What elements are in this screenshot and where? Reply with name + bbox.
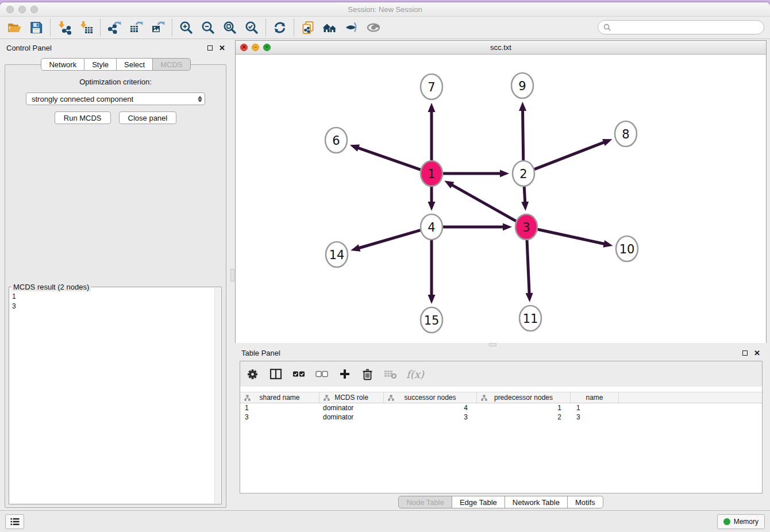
tab-edge-table[interactable]: Edge Table [452, 496, 505, 508]
hierarchy-icon [481, 395, 487, 401]
function-builder-button[interactable]: f(x) [406, 368, 424, 380]
network-close-icon[interactable]: ✕ [240, 44, 248, 51]
close-panel-icon[interactable]: ✕ [219, 45, 225, 51]
mcds-panel: Optimization criterion: strongly connect… [5, 64, 226, 508]
graph-edge-arrowhead [503, 223, 512, 231]
home-button[interactable] [319, 18, 341, 37]
cell-predecessor-nodes[interactable]: 2 [477, 413, 571, 421]
table-panel-title: Table Panel [241, 349, 280, 357]
column-header-predecessor-nodes[interactable]: predecessor nodes [477, 392, 571, 403]
network-minimize-icon[interactable]: − [252, 44, 259, 51]
unselect-all-button[interactable] [314, 367, 329, 381]
table-toolbar: f(x) [240, 361, 762, 387]
export-image-button[interactable] [147, 18, 169, 37]
add-column-button[interactable] [337, 367, 352, 381]
zoom-out-button[interactable] [197, 18, 219, 37]
show-graphics-details-button[interactable] [363, 18, 384, 37]
graph-edge-3-11[interactable] [527, 240, 529, 294]
select-all-icon [292, 370, 305, 378]
delete-table-button[interactable] [383, 367, 398, 381]
tab-network-table[interactable]: Network Table [505, 496, 568, 508]
result-scrollbar[interactable] [214, 288, 221, 503]
graph-edge-arrowhead [526, 293, 533, 302]
show-log-button[interactable] [5, 514, 24, 529]
column-header-shared-name[interactable]: shared name [240, 392, 319, 403]
minimize-window-icon[interactable] [18, 6, 26, 13]
graph-edge-1-6[interactable] [358, 148, 421, 169]
search-input[interactable] [614, 22, 759, 32]
network-canvas[interactable]: 1234678910111415 [236, 55, 766, 343]
zoom-fit-button[interactable] [219, 18, 241, 37]
memory-button[interactable]: Memory [717, 514, 765, 529]
hierarchy-icon [324, 395, 330, 401]
import-table-button[interactable] [75, 18, 97, 37]
graph-edge-2-3[interactable] [524, 187, 525, 202]
graph-edge-arrowhead [428, 103, 436, 112]
graph-edge-2-9[interactable] [523, 110, 523, 160]
home-icon [322, 20, 338, 35]
tab-motifs[interactable]: Motifs [568, 496, 603, 508]
graph-edge-3-1[interactable] [452, 185, 516, 221]
mcds-result-title: MCDS result (2 nodes) [11, 283, 91, 291]
cell-name[interactable]: 3 [571, 413, 619, 421]
toggle-graphics-details-button[interactable] [341, 18, 363, 37]
search-field[interactable] [598, 20, 764, 34]
mcds-result-line: 3 [12, 302, 214, 311]
select-all-button[interactable] [291, 367, 306, 381]
graph-edge-2-8[interactable] [534, 142, 604, 169]
cell-name[interactable]: 1 [571, 404, 619, 412]
import-network-button[interactable] [53, 18, 75, 37]
close-table-panel-icon[interactable]: ✕ [754, 350, 760, 356]
status-bar: Memory [0, 510, 770, 532]
criterion-dropdown[interactable]: strongly connected component [26, 92, 205, 105]
network-graph[interactable]: 1234678910111415 [236, 55, 766, 343]
close-panel-button[interactable]: Close panel [119, 111, 177, 124]
network-maximize-icon[interactable]: + [263, 44, 271, 51]
column-header-mcds-role[interactable]: MCDS role [319, 392, 384, 403]
control-panel-title: Control Panel [6, 44, 52, 52]
delete-column-button[interactable] [360, 367, 375, 381]
cell-predecessor-nodes[interactable]: 1 [477, 404, 571, 412]
close-window-icon[interactable] [6, 6, 14, 13]
export-table-button[interactable] [125, 18, 147, 37]
table-settings-button[interactable] [245, 367, 260, 381]
gear-icon [247, 368, 259, 380]
graph-edge-4-14[interactable] [359, 230, 421, 248]
cell-shared-name[interactable]: 1 [240, 404, 319, 412]
table-panel-layout-button[interactable] [268, 367, 283, 381]
tab-node-table[interactable]: Node Table [398, 496, 452, 508]
tab-style[interactable]: Style [84, 58, 117, 71]
manage-networks-button[interactable] [297, 18, 319, 37]
graph-edge-3-10[interactable] [538, 229, 605, 244]
column-header-name[interactable]: name [571, 392, 619, 403]
float-table-panel-icon[interactable] [742, 350, 748, 356]
run-mcds-button[interactable]: Run MCDS [55, 111, 111, 124]
maximize-window-icon[interactable] [30, 6, 38, 13]
cell-successor-nodes[interactable]: 3 [384, 413, 477, 421]
export-table-icon [129, 20, 144, 35]
mcds-result-text[interactable]: 1 3 [12, 292, 214, 503]
tab-network[interactable]: Network [41, 58, 84, 71]
cell-mcds-role[interactable]: dominator [319, 413, 384, 421]
column-header-successor-nodes[interactable]: successor nodes [384, 392, 477, 403]
float-panel-icon[interactable] [207, 45, 213, 51]
list-icon [10, 518, 20, 526]
zoom-in-button[interactable] [175, 18, 197, 37]
refresh-button[interactable] [269, 18, 291, 37]
table-row[interactable]: 3 dominator 3 2 3 [240, 413, 762, 422]
cell-mcds-role[interactable]: dominator [319, 404, 384, 412]
graph-node-label: 3 [522, 221, 530, 234]
network-window-titlebar: ✕ − + scc.txt [236, 41, 766, 55]
cell-successor-nodes[interactable]: 4 [384, 404, 477, 412]
open-session-button[interactable] [3, 18, 25, 37]
tab-select[interactable]: Select [117, 58, 153, 71]
tab-mcds[interactable]: MCDS [153, 58, 190, 71]
open-folder-icon [7, 20, 22, 35]
vertical-splitter-grip[interactable] [230, 269, 234, 282]
table-row[interactable]: 1 dominator 4 1 1 [240, 403, 762, 413]
save-session-button[interactable] [25, 18, 47, 37]
graph-edge-arrowhead [602, 139, 612, 146]
export-network-button[interactable] [103, 18, 125, 37]
zoom-selected-button[interactable] [241, 18, 263, 37]
cell-shared-name[interactable]: 3 [240, 413, 319, 421]
